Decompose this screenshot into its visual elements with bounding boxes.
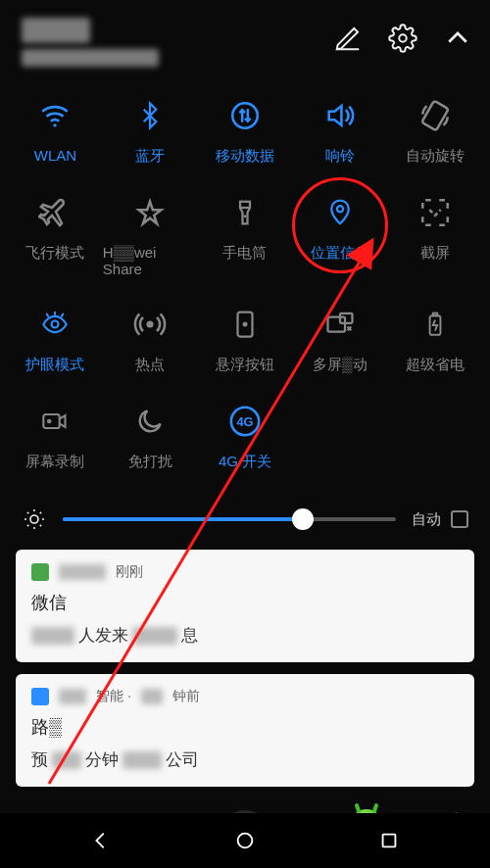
qs-tile-autorotate[interactable]: 自动旋转 [387, 96, 482, 166]
nav-home-button[interactable] [231, 827, 259, 854]
svg-line-26 [40, 525, 41, 526]
notification-card[interactable]: 刚刚 微信 人发来 息 [16, 550, 474, 662]
svg-rect-3 [421, 101, 448, 131]
svg-rect-4 [240, 202, 250, 208]
svg-point-6 [337, 206, 343, 212]
svg-point-22 [30, 515, 38, 523]
svg-line-10 [62, 314, 63, 316]
brightness-slider[interactable] [63, 517, 396, 521]
qs-tile-label: 位置信息 [311, 244, 369, 263]
edit-icon[interactable] [333, 24, 363, 53]
notif-title: 微信 [31, 591, 459, 614]
sound-icon [320, 96, 360, 135]
system-navbar [0, 813, 490, 868]
eye-icon [35, 305, 74, 344]
qs-tile-floatbtn[interactable]: 悬浮按钮 [198, 305, 293, 374]
qs-tile-label: 热点 [135, 356, 165, 374]
share-icon [130, 193, 170, 232]
screenshot-icon [416, 193, 455, 232]
qs-tile-ring[interactable]: 响铃 [292, 96, 387, 166]
notif-body: 预 分钟 公司 [31, 748, 459, 771]
svg-line-25 [27, 512, 28, 513]
flashlight-icon [225, 193, 265, 232]
qs-tile-powersave[interactable]: 超级省电 [387, 305, 482, 374]
qs-tile-wlan[interactable]: WLAN [8, 96, 103, 166]
svg-line-30 [40, 512, 41, 513]
qs-tile-label: 悬浮按钮 [216, 356, 274, 374]
notif-time: 钟前 [172, 688, 200, 705]
qs-tile-label: 4G 开关 [219, 453, 271, 471]
qs-tile-label: 飞行模式 [25, 244, 84, 263]
svg-rect-14 [327, 317, 345, 332]
svg-point-11 [147, 320, 154, 327]
qs-tile-label: 蓝牙 [135, 147, 165, 166]
svg-text:4G: 4G [236, 414, 253, 429]
collapse-chevron-up-icon[interactable] [443, 24, 472, 53]
svg-line-8 [47, 314, 48, 316]
floatbtn-icon [225, 305, 265, 344]
qs-tile-label: 免打扰 [128, 453, 172, 471]
qs-tile-label: 屏幕录制 [25, 453, 84, 471]
qs-tile-label: 手电筒 [222, 244, 267, 263]
qs-tile-label: 响铃 [325, 147, 355, 166]
battery-icon [416, 305, 455, 344]
svg-line-29 [27, 525, 28, 526]
brightness-auto-checkbox[interactable] [451, 510, 468, 528]
panel-header [0, 0, 490, 78]
qs-tile-flashlight[interactable]: 手电筒 [198, 193, 293, 277]
notification-list: 刚刚 微信 人发来 息 智能 · 钟前 路▒ 预 分钟 公司 [0, 550, 490, 787]
qs-tile-label: 多屏▒动 [313, 356, 368, 374]
airplane-icon [35, 193, 74, 232]
settings-gear-icon[interactable] [388, 24, 417, 53]
camrec-icon [35, 402, 74, 441]
qs-tile-screenshot[interactable]: 截屏 [387, 193, 482, 277]
qs-tile-hotspot[interactable]: 热点 [103, 305, 198, 374]
svg-rect-35 [382, 835, 395, 847]
svg-point-13 [242, 322, 247, 327]
svg-rect-17 [432, 313, 436, 316]
svg-point-19 [47, 419, 52, 424]
qs-tile-label: 截屏 [420, 244, 450, 263]
qs-tile-label: 移动数据 [216, 147, 274, 166]
bluetooth-icon [130, 96, 170, 135]
qs-tile-label: H▒▒wei Share [103, 244, 198, 277]
svg-point-0 [399, 34, 407, 42]
notif-time: 刚刚 [116, 563, 143, 581]
notification-card[interactable]: 智能 · 钟前 路▒ 预 分钟 公司 [16, 674, 474, 787]
brightness-icon [22, 506, 47, 532]
nav-back-button[interactable] [87, 827, 115, 854]
qs-tile-eyecare[interactable]: 护眼模式 [8, 305, 103, 374]
qs-tile-bluetooth[interactable]: 蓝牙 [103, 96, 198, 166]
qs-tile-label: WLAN [34, 147, 76, 164]
nav-recent-button[interactable] [375, 827, 403, 854]
notif-title: 路▒ [31, 715, 459, 739]
notif-body: 人发来 息 [31, 624, 459, 647]
qs-tile-mobiledata[interactable]: 移动数据 [198, 96, 293, 166]
svg-point-34 [238, 834, 253, 848]
wifi-icon [35, 96, 74, 135]
smart-app-icon [31, 688, 49, 705]
svg-point-2 [232, 103, 258, 128]
svg-rect-15 [340, 313, 353, 323]
qs-tile-multiscreen[interactable]: 多屏▒动 [292, 305, 387, 374]
rotate-icon [416, 96, 455, 135]
qs-tile-huaweishare[interactable]: H▒▒wei Share [103, 193, 198, 277]
qs-tile-location[interactable]: 位置信息 [292, 193, 387, 277]
qs-tile-airplane[interactable]: 飞行模式 [8, 193, 103, 277]
clock-date-block [22, 18, 333, 71]
location-icon [320, 193, 360, 232]
notif-app-mid: 智能 · [96, 688, 131, 705]
brightness-row: 自动 [0, 479, 490, 550]
moon-icon [130, 402, 170, 441]
qs-tile-screenrec[interactable]: 屏幕录制 [8, 402, 103, 471]
svg-point-1 [54, 123, 57, 126]
qs-tile-fourg[interactable]: 4G4G 开关 [198, 402, 293, 471]
fourg-icon: 4G [225, 402, 265, 441]
qs-tile-label: 自动旋转 [406, 147, 465, 166]
qs-tile-label: 超级省电 [406, 356, 465, 374]
qs-tile-dnd[interactable]: 免打扰 [103, 402, 198, 471]
multiscreen-icon [320, 305, 360, 344]
mobiledata-icon [225, 96, 265, 135]
svg-point-7 [52, 321, 59, 328]
brightness-auto-label: 自动 [412, 510, 441, 529]
